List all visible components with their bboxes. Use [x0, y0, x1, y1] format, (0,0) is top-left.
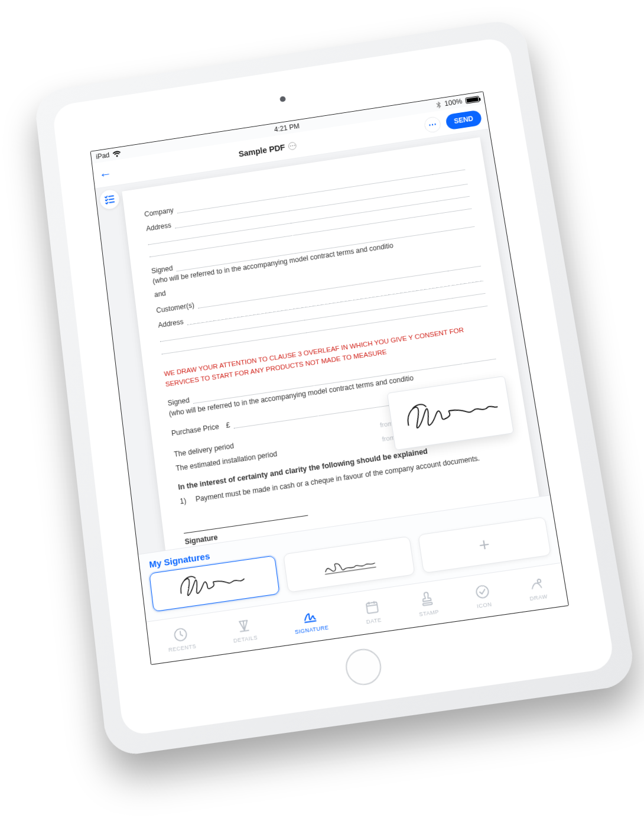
more-button[interactable]: ⋯	[423, 116, 441, 134]
currency-symbol: £	[225, 421, 230, 430]
fields-list-button[interactable]	[99, 189, 120, 210]
tab-stamp[interactable]: STAMP	[416, 590, 440, 617]
battery-icon	[465, 96, 480, 104]
field-address2-label: Address	[158, 317, 184, 329]
device-label: iPad	[96, 151, 110, 161]
field-company-label: Company	[144, 206, 174, 219]
svg-rect-14	[423, 602, 432, 605]
draw-icon	[527, 575, 545, 593]
document-canvas[interactable]: Company Address Signed (who will be refe…	[95, 129, 568, 664]
signature-icon	[314, 547, 383, 581]
tab-icon[interactable]: ICON	[473, 582, 493, 609]
wifi-icon	[112, 150, 121, 157]
lock-badge-icon: ⋯	[288, 141, 297, 150]
svg-line-1	[109, 199, 114, 199]
back-button[interactable]: ←	[99, 166, 113, 182]
plus-icon: +	[477, 534, 491, 556]
delivery-label: The delivery period	[174, 442, 235, 459]
svg-line-0	[109, 196, 113, 196]
bluetooth-icon	[436, 101, 442, 109]
signature-tab-icon	[301, 607, 318, 625]
field-customer-label: Customer(s)	[156, 301, 195, 314]
svg-rect-6	[366, 602, 378, 613]
svg-point-16	[537, 579, 541, 582]
tab-signature[interactable]: SIGNATURE	[292, 606, 329, 635]
field-signed2-label: Signed	[167, 396, 190, 407]
svg-line-5	[305, 621, 317, 622]
check-circle-icon	[473, 582, 492, 601]
svg-point-15	[476, 585, 489, 598]
tab-recents[interactable]: RECENTS	[166, 624, 197, 653]
tab-date[interactable]: DATE	[363, 598, 382, 625]
battery-percent: 100%	[444, 98, 463, 108]
svg-line-8	[369, 602, 369, 604]
text-icon	[235, 616, 253, 635]
field-signed-label: Signed	[151, 264, 173, 275]
svg-line-2	[109, 202, 114, 203]
device-frame: iPad 4:21 PM 100%	[33, 18, 637, 758]
app-screen: iPad 4:21 PM 100%	[90, 91, 569, 665]
svg-line-7	[366, 605, 377, 606]
device-camera	[279, 96, 286, 102]
doc-title: Sample PDF	[238, 142, 286, 158]
clock-icon	[172, 625, 190, 644]
item-number: 1)	[180, 497, 187, 506]
tab-details[interactable]: DETAILS	[230, 616, 258, 644]
tab-draw[interactable]: DRAW	[526, 575, 548, 602]
purchase-price-label: Purchase Price	[171, 422, 219, 437]
send-button[interactable]: SEND	[445, 109, 483, 130]
stamp-icon	[418, 590, 436, 609]
signature-icon	[400, 388, 500, 437]
status-time: 4:21 PM	[274, 122, 300, 134]
signature-icon	[174, 565, 254, 603]
calendar-icon	[363, 598, 380, 616]
field-address-label: Address	[146, 221, 172, 233]
svg-line-9	[373, 601, 374, 603]
home-button[interactable]	[343, 647, 383, 687]
checklist-icon	[103, 193, 117, 207]
